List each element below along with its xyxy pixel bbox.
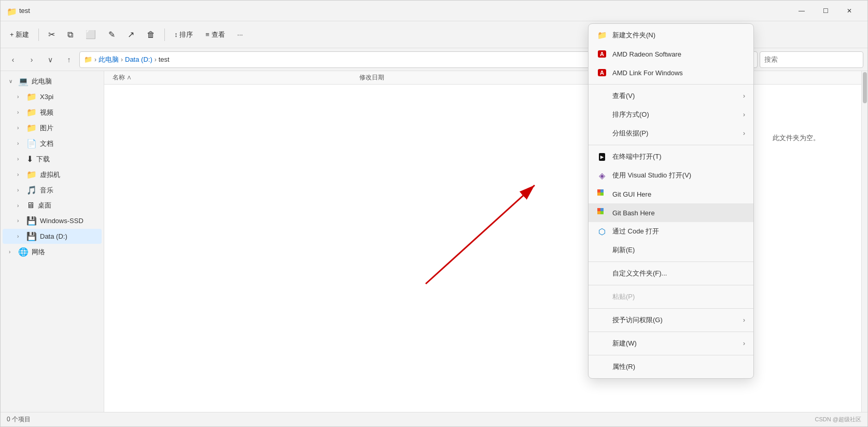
expand-icon: ›	[17, 94, 23, 100]
ctx-git-gui[interactable]: Git GUI Here	[589, 185, 753, 203]
ctx-new[interactable]: 新建(W) ›	[589, 334, 753, 353]
path-pc[interactable]: 📁	[84, 56, 92, 63]
downloads-icon: ⬇	[26, 154, 33, 164]
ctx-sep-6	[589, 332, 753, 332]
close-button[interactable]: ✕	[837, 1, 861, 21]
more-button[interactable]: ···	[232, 27, 248, 42]
amd-radeon-icon: A	[597, 49, 607, 59]
cut-button[interactable]: ✂	[43, 26, 60, 43]
ctx-group[interactable]: 分组依据(P) ›	[589, 124, 753, 143]
maximize-button[interactable]: ☐	[814, 1, 837, 21]
refresh-icon	[597, 245, 607, 255]
ctx-amd-radeon[interactable]: A AMD Radeon Software	[589, 45, 753, 63]
rename-button[interactable]: ✎	[103, 26, 120, 43]
ctx-paste-label: 粘贴(P)	[612, 292, 745, 301]
path-thispc[interactable]: 此电脑	[99, 55, 119, 64]
svg-rect-3	[600, 189, 604, 192]
expand-icon: ›	[17, 233, 23, 239]
visual-studio-icon: ◈	[597, 170, 607, 181]
search-input[interactable]	[760, 51, 863, 68]
path-datad[interactable]: Data (D:)	[125, 56, 152, 63]
submenu-arrow: ›	[743, 92, 745, 100]
ctx-customize[interactable]: 自定义文件夹(F)...	[589, 264, 753, 283]
sidebar-item-desktop[interactable]: › 🖥 桌面	[3, 198, 102, 213]
svg-line-1	[426, 185, 535, 284]
ctx-amd-link[interactable]: A AMD Link For Windows	[589, 63, 753, 82]
submenu-arrow: ›	[743, 130, 745, 137]
share-button[interactable]: ↗	[122, 26, 139, 43]
network-icon: 🌐	[18, 247, 29, 257]
properties-icon	[597, 362, 607, 372]
arrow-annotation	[223, 149, 576, 294]
svg-rect-9	[600, 211, 604, 214]
sidebar-item-x3pi[interactable]: › 📁 X3pi	[3, 89, 102, 104]
sidebar-item-docs[interactable]: › 📄 文档	[3, 136, 102, 151]
paste-icon	[597, 292, 607, 302]
sidebar-item-network[interactable]: › 🌐 网络	[3, 244, 102, 259]
up-button[interactable]: ↑	[61, 51, 77, 68]
sidebar-item-windows-ssd[interactable]: › 💾 Windows-SSD	[3, 213, 102, 228]
ctx-view[interactable]: 查看(V) ›	[589, 87, 753, 105]
watermark: CSDN @超级社区	[815, 416, 861, 423]
view-icon	[597, 91, 607, 101]
ctx-terminal[interactable]: ▶ 在终端中打开(T)	[589, 147, 753, 166]
sidebar-item-pictures[interactable]: › 📁 图片	[3, 120, 102, 135]
ctx-sort-label: 排序方式(O)	[612, 110, 738, 119]
ctx-new-label: 新建(W)	[612, 339, 738, 348]
data-d-icon: 💾	[26, 231, 37, 241]
ctx-git-bash-label: Git Bash Here	[612, 209, 745, 217]
sidebar-label-music: 音乐	[40, 186, 53, 195]
ctx-sep-7	[589, 355, 753, 355]
col-name[interactable]: 名称 ∧	[113, 73, 359, 82]
back-button[interactable]: ‹	[5, 51, 21, 68]
window-title: test	[19, 7, 790, 15]
expand-icon: ›	[17, 156, 23, 162]
delete-button[interactable]: 🗑	[142, 27, 160, 43]
sidebar-item-vm[interactable]: › 📁 虚拟机	[3, 167, 102, 182]
sidebar-item-pc[interactable]: ∨ 💻 此电脑	[3, 74, 102, 89]
ctx-new-folder-label: 新建文件夹(N)	[612, 31, 745, 40]
ctx-access[interactable]: 授予访问权限(G) ›	[589, 311, 753, 329]
sidebar-item-data-d[interactable]: › 💾 Data (D:)	[3, 229, 102, 244]
ctx-git-bash[interactable]: Git Bash Here	[589, 203, 753, 222]
sidebar-label-downloads: 下载	[36, 155, 50, 164]
sidebar-label-x3pi: X3pi	[40, 93, 53, 101]
minimize-button[interactable]: —	[790, 1, 814, 21]
ctx-sep-1	[589, 84, 753, 85]
ctx-sort[interactable]: 排序方式(O) ›	[589, 105, 753, 124]
windows-ssd-icon: 💾	[26, 216, 37, 226]
recent-button[interactable]: ∨	[42, 51, 59, 68]
ctx-sep-3	[589, 261, 753, 262]
sort-button[interactable]: ↕ 排序	[169, 27, 198, 43]
col-date[interactable]: 修改日期	[359, 73, 606, 82]
ctx-view-label: 查看(V)	[612, 91, 738, 101]
ctx-sep-2	[589, 145, 753, 145]
ctx-terminal-label: 在终端中打开(T)	[612, 152, 745, 161]
new-button[interactable]: + 新建	[5, 27, 34, 43]
svg-rect-7	[600, 208, 604, 211]
sort-icon	[597, 109, 607, 120]
folder-icon: 📁	[26, 92, 37, 102]
empty-hint: 此文件夹为空。	[773, 133, 820, 143]
sidebar-item-downloads[interactable]: › ⬇ 下载	[3, 151, 102, 167]
sidebar: ∨ 💻 此电脑 › 📁 X3pi › 📁 视频 › 📁 图片 › 📄	[1, 71, 104, 412]
sidebar-item-video[interactable]: › 📁 视频	[3, 105, 102, 120]
paste-button[interactable]: ⬜	[80, 26, 101, 43]
forward-button[interactable]: ›	[23, 51, 40, 68]
ctx-properties[interactable]: 属性(R)	[589, 357, 753, 376]
scrollbar-thumb[interactable]	[863, 72, 867, 103]
ctx-vscode[interactable]: ⬡ 通过 Code 打开	[589, 222, 753, 241]
ctx-visual-studio[interactable]: ◈ 使用 Visual Studio 打开(V)	[589, 166, 753, 185]
view-button[interactable]: ≡ 查看	[200, 27, 230, 43]
ctx-new-folder[interactable]: 📁 新建文件夹(N)	[589, 26, 753, 45]
new-icon	[597, 338, 607, 349]
toolbar-separator	[38, 29, 39, 41]
context-menu: 📁 新建文件夹(N) A AMD Radeon Software A AMD L…	[588, 23, 754, 379]
copy-button[interactable]: ⧉	[62, 27, 78, 43]
sidebar-item-music[interactable]: › 🎵 音乐	[3, 183, 102, 198]
ctx-refresh[interactable]: 刷新(E)	[589, 241, 753, 259]
path-test[interactable]: test	[159, 56, 170, 63]
sidebar-label-data-d: Data (D:)	[40, 232, 67, 240]
scrollbar[interactable]	[861, 71, 867, 412]
ctx-properties-label: 属性(R)	[612, 362, 745, 371]
